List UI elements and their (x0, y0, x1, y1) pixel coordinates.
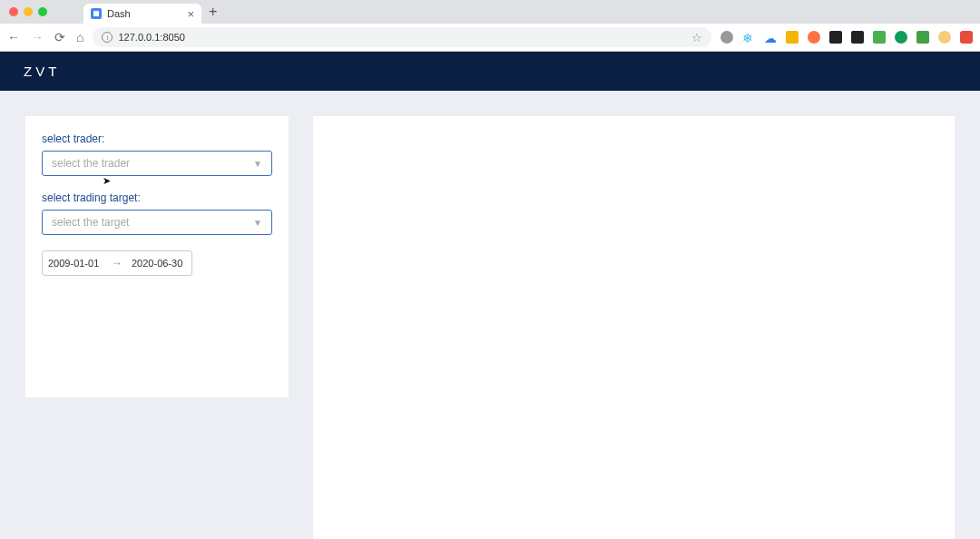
extension-icon[interactable]: ☁ (764, 31, 777, 44)
site-info-icon[interactable]: i (102, 32, 113, 43)
trader-select[interactable]: select the trader ▼ (42, 151, 272, 176)
home-icon[interactable]: ⌂ (76, 31, 83, 44)
forward-icon[interactable]: → (31, 31, 44, 44)
extension-icon[interactable] (829, 31, 842, 44)
chevron-down-icon: ▼ (253, 218, 262, 228)
minimize-window-button[interactable] (24, 7, 33, 16)
address-bar: ← → ⟳ ⌂ i 127.0.0.1:8050 ☆ ❄ ☁ (0, 24, 980, 51)
tab-title: Dash (107, 8, 181, 19)
extension-icon[interactable] (851, 31, 864, 44)
extension-icon[interactable] (786, 31, 799, 44)
chevron-down-icon: ▼ (253, 159, 262, 169)
extension-icon[interactable] (960, 31, 973, 44)
trader-label: select trader: (42, 132, 272, 145)
tab-favicon (91, 8, 102, 19)
brand-title: ZVT (24, 64, 60, 79)
sidebar-panel: select trader: select the trader ▼ selec… (25, 116, 289, 397)
arrow-right-icon: → (108, 257, 126, 270)
bookmark-star-icon[interactable]: ☆ (691, 31, 702, 44)
target-placeholder: select the target (52, 216, 129, 229)
reload-icon[interactable]: ⟳ (54, 31, 65, 44)
date-end-input[interactable] (126, 251, 191, 275)
url-text: 127.0.0.1:8050 (118, 32, 184, 43)
trader-placeholder: select the trader (52, 157, 130, 170)
extension-icon[interactable] (916, 31, 929, 44)
main-content: select trader: select the trader ▼ selec… (0, 91, 980, 539)
back-icon[interactable]: ← (7, 31, 20, 44)
extension-icon[interactable]: ❄ (742, 31, 755, 44)
target-select[interactable]: select the target ▼ (42, 210, 272, 235)
extension-icon[interactable] (895, 31, 907, 44)
extension-icons: ❄ ☁ (720, 31, 973, 44)
extension-icon[interactable] (873, 31, 886, 44)
cursor-icon: ➤ (103, 175, 111, 187)
browser-chrome: Dash × + ← → ⟳ ⌂ i 127.0.0.1:8050 ☆ ❄ ☁ (0, 0, 980, 52)
app-header: ZVT (0, 52, 980, 91)
target-label: select trading target: (42, 191, 272, 204)
close-tab-icon[interactable]: × (187, 8, 194, 20)
window-controls (9, 7, 47, 16)
browser-tab[interactable]: Dash × (83, 4, 201, 24)
close-window-button[interactable] (9, 7, 18, 16)
extension-icon[interactable] (938, 31, 951, 44)
maximize-window-button[interactable] (38, 7, 47, 16)
main-panel (313, 116, 955, 539)
nav-controls: ← → ⟳ ⌂ (7, 31, 83, 44)
url-input[interactable]: i 127.0.0.1:8050 ☆ (93, 27, 711, 47)
tab-bar: Dash × + (0, 0, 980, 24)
date-range-picker[interactable]: → (42, 250, 192, 276)
extension-icon[interactable] (808, 31, 820, 44)
date-start-input[interactable] (43, 251, 108, 275)
new-tab-button[interactable]: + (209, 5, 217, 19)
extension-icon[interactable] (720, 31, 733, 44)
